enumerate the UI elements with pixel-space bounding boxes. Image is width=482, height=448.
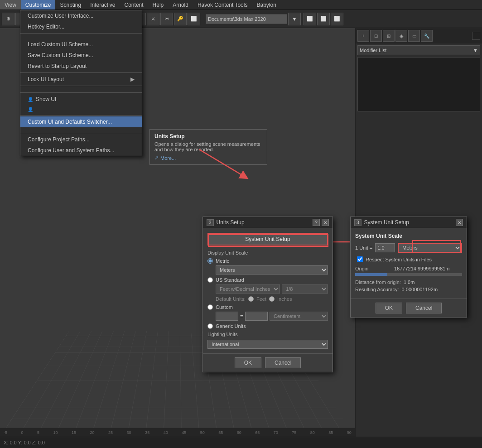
system-dialog-controls: ✕: [456, 219, 463, 226]
lighting-section: Lighting Units International: [207, 332, 328, 349]
units-dialog-icon: 3: [207, 219, 214, 226]
separator-6: [20, 133, 142, 133]
toolbar-extra-3[interactable]: ⬜: [331, 13, 343, 25]
tooltip-more-link[interactable]: ↗ More...: [154, 155, 262, 161]
menu-item-security[interactable]: Configure User and System Paths...: [20, 145, 142, 156]
generic-radio[interactable]: [207, 323, 213, 329]
menu-view[interactable]: View: [0, 0, 21, 10]
person-icon-1: 👤: [28, 97, 33, 102]
menu-item-hotkey[interactable]: Hotkey Editor...: [20, 21, 142, 32]
menu-item-user-paths[interactable]: 👤: [20, 105, 142, 114]
toolbar-btn-14[interactable]: ⬜: [188, 13, 200, 25]
rpanel-color-swatch: [472, 32, 480, 40]
custom-radio[interactable]: [207, 304, 213, 310]
display-scale-label: Display Unit Scale: [207, 250, 328, 255]
units-setup-dialog: 3 Units Setup ? ✕ System Unit Setup Disp…: [202, 217, 333, 372]
show-ui-arrow: ▶: [130, 76, 135, 82]
menu-item-custom-switcher[interactable]: [20, 87, 142, 92]
menu-help[interactable]: Help: [148, 0, 169, 10]
separator-2: [20, 72, 142, 73]
external-link-icon: ↗: [154, 155, 159, 161]
ruler: -5 0 5 10 15 20 25 30 35 40 45 50 55 60 …: [0, 428, 355, 437]
custom-input-1[interactable]: [216, 312, 238, 321]
metric-radio[interactable]: [207, 258, 213, 264]
units-cancel-btn[interactable]: Cancel: [265, 357, 301, 368]
menu-scripting[interactable]: Scripting: [55, 0, 86, 10]
system-section-title: System Unit Scale: [355, 233, 462, 239]
menu-customize[interactable]: Customize: [21, 0, 56, 10]
metric-select-row: Meters: [216, 265, 328, 275]
toolbar-path-arrow[interactable]: ▼: [288, 13, 301, 25]
system-dialog-footer: OK Cancel: [351, 299, 467, 317]
us-feet-dropdown[interactable]: Feet w/Decimal Inches: [216, 284, 280, 294]
units-dialog-close[interactable]: ✕: [322, 219, 329, 226]
system-ok-btn[interactable]: OK: [376, 303, 402, 313]
menu-arnold[interactable]: Arnold: [168, 0, 193, 10]
modifier-list[interactable]: [357, 57, 480, 111]
origin-progress: [355, 273, 462, 276]
rpanel-btn-display[interactable]: ▭: [408, 30, 420, 42]
menu-havok[interactable]: Havok Content Tools: [193, 0, 252, 10]
rpanel-btn-hier[interactable]: ⊞: [383, 30, 395, 42]
menu-item-lock[interactable]: Revert to Startup Layout: [20, 61, 142, 72]
feet-radio: [248, 296, 254, 302]
menu-interactive[interactable]: Interactive: [86, 0, 120, 10]
system-dialog-body: System Unit Scale 1 Unit = Meters Centim…: [351, 228, 467, 299]
toolbar-extra-1[interactable]: ⬜: [304, 13, 316, 25]
menu-item-plugin[interactable]: [20, 127, 142, 132]
units-dialog-footer: OK Cancel: [203, 353, 333, 372]
modifier-dropdown[interactable]: Modifier List ▼: [357, 45, 480, 55]
separator-4: [20, 92, 142, 93]
lighting-label: Lighting Units: [207, 332, 328, 337]
system-dialog-title: 3 System Unit Setup: [354, 219, 409, 226]
system-unit-value[interactable]: [375, 243, 395, 252]
toolbar-btn-1[interactable]: ⊕: [2, 13, 14, 25]
ruler-marks: -5 0 5 10 15 20 25 30 35 40 45 50 55 60 …: [4, 430, 352, 435]
system-dialog-header: 3 System Unit Setup ✕: [351, 217, 467, 228]
system-cancel-btn[interactable]: Cancel: [406, 303, 442, 313]
units-ok-btn[interactable]: OK: [235, 357, 261, 368]
respect-checkbox[interactable]: [357, 256, 363, 262]
respect-checkbox-row: Respect System Units in Files: [357, 256, 462, 262]
units-dialog-header: 3 Units Setup ? ✕: [203, 217, 333, 228]
distance-row: Distance from origin: 1.0m: [355, 279, 462, 285]
lighting-dropdown[interactable]: International: [207, 340, 328, 349]
menu-item-units[interactable]: Custom UI and Defaults Switcher...: [20, 116, 142, 127]
toolbar-path: Documents\3ds Max 2020: [206, 14, 287, 24]
rpanel-btn-plus[interactable]: +: [357, 30, 369, 42]
person-icon-2: 👤: [28, 107, 33, 112]
menu-babylon[interactable]: Babylon: [252, 0, 280, 10]
menubar: View Customize Scripting Interactive Con…: [0, 0, 482, 10]
custom-input-2[interactable]: [245, 312, 268, 321]
toolbar-btn-13[interactable]: 🔑: [174, 13, 187, 25]
system-dialog-close[interactable]: ✕: [456, 219, 463, 226]
inches-radio: [269, 296, 275, 302]
sys-dialog-icon: 3: [354, 219, 362, 226]
menu-item-prefs[interactable]: Configure Project Paths...: [20, 134, 142, 145]
menu-item-proj-paths[interactable]: 👤 Show UI: [20, 94, 142, 105]
separator-5: [20, 115, 142, 116]
menu-item-load-ui[interactable]: [20, 34, 142, 39]
menu-item-show-ui[interactable]: Lock UI Layout ▶: [20, 74, 142, 85]
system-unit-dropdown[interactable]: Meters Centimeters Millimeters Kilometer…: [398, 243, 462, 253]
rpanel-btn-utils[interactable]: 🔧: [421, 30, 433, 42]
rpanel-btn-motion[interactable]: ◉: [395, 30, 407, 42]
metric-dropdown[interactable]: Meters: [216, 265, 328, 275]
menu-item-save-ui[interactable]: Load Custom UI Scheme...: [20, 39, 142, 50]
units-dialog-question[interactable]: ?: [313, 219, 320, 226]
statusbar: X: 0.0 Y: 0.0 Z: 0.0: [0, 437, 482, 448]
toolbar-extra-2[interactable]: ⬜: [317, 13, 330, 25]
toolbar-btn-12[interactable]: ⚯: [160, 13, 173, 25]
menu-item-cui[interactable]: Customize User Interface...: [20, 10, 142, 21]
us-standard-radio[interactable]: [207, 277, 213, 283]
default-units-row: Default Units: Feet Inches: [216, 296, 328, 302]
us-fraction-dropdown[interactable]: 1/8: [282, 284, 328, 294]
metric-radio-row: Metric: [207, 258, 328, 264]
menu-content[interactable]: Content: [120, 0, 148, 10]
custom-unit-dropdown[interactable]: Centimeters: [270, 312, 328, 321]
us-standard-radio-row: US Standard: [207, 277, 328, 283]
toolbar-btn-11[interactable]: ⚔: [147, 13, 159, 25]
menu-item-revert[interactable]: Save Custom UI Scheme...: [20, 50, 142, 61]
rpanel-btn-view[interactable]: ⊡: [370, 30, 382, 42]
system-unit-setup-btn[interactable]: System Unit Setup: [207, 233, 328, 246]
